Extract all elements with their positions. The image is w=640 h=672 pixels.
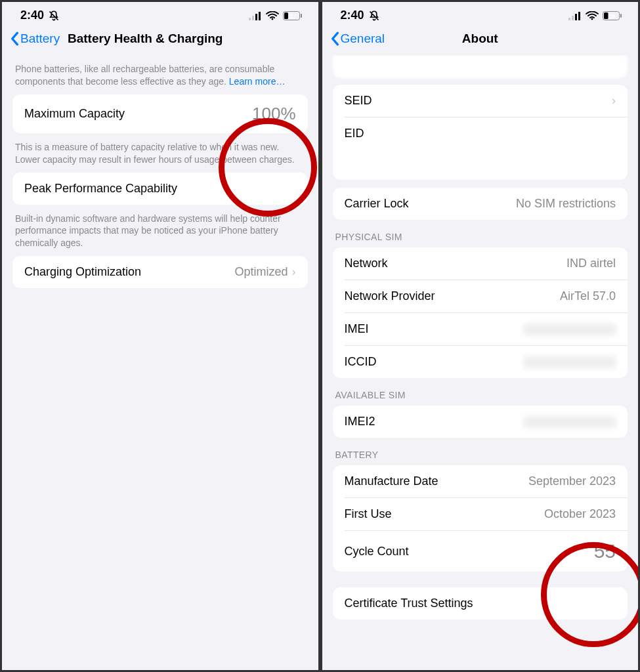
- peak-desc: Built-in dynamic software and hardware s…: [2, 205, 318, 257]
- status-time: 2:40: [20, 9, 44, 22]
- blurred-value: [333, 150, 628, 180]
- chevron-right-icon: ›: [612, 94, 616, 108]
- status-time: 2:40: [341, 9, 364, 22]
- intro-text: Phone batteries, like all rechargeable b…: [2, 55, 318, 94]
- back-label: General: [341, 32, 385, 46]
- row-value: [524, 416, 616, 428]
- row-network-provider[interactable]: Network Provider AirTel 57.0: [345, 280, 628, 312]
- svg-text:28: 28: [609, 12, 616, 19]
- row-label: Charging Optimization: [24, 265, 141, 279]
- row-label: Peak Performance Capability: [24, 182, 177, 196]
- back-label: Battery: [20, 32, 60, 46]
- scroll-content[interactable]: SEID › EID Carrier Lock No SIM restricti…: [322, 55, 639, 670]
- svg-rect-2: [255, 14, 257, 20]
- row-label: Carrier Lock: [345, 197, 409, 211]
- learn-more-link[interactable]: Learn more…: [229, 76, 286, 87]
- svg-rect-1: [252, 16, 254, 20]
- row-seid[interactable]: SEID ›: [333, 85, 628, 117]
- row-manufacture-date[interactable]: Manufacture Date September 2023: [333, 465, 628, 497]
- row-label: Network: [345, 257, 388, 270]
- row-partial-top: [333, 55, 628, 78]
- svg-rect-9: [568, 18, 570, 20]
- section-header-available-sim: AVAILABLE SIM: [322, 378, 639, 406]
- cellular-icon: [249, 11, 262, 20]
- row-value: Optimized: [234, 265, 288, 279]
- row-label: Network Provider: [345, 289, 435, 303]
- back-button[interactable]: General: [330, 32, 385, 46]
- section-header-physical-sim: PHYSICAL SIM: [322, 220, 639, 247]
- svg-text:27: 27: [289, 12, 295, 19]
- svg-rect-15: [604, 12, 608, 19]
- row-label: First Use: [345, 507, 392, 521]
- svg-point-13: [591, 18, 593, 20]
- svg-rect-7: [301, 14, 302, 18]
- nav-bar: General About: [322, 26, 639, 55]
- row-label: ICCID: [345, 355, 377, 369]
- battery-icon: 28: [603, 11, 622, 20]
- status-bar: 2:40 28: [322, 2, 639, 26]
- row-imei2[interactable]: IMEI2: [333, 406, 628, 438]
- nav-bar: Battery Battery Health & Charging: [2, 26, 318, 55]
- section-header-battery: BATTERY: [322, 438, 639, 465]
- row-value: 100%: [252, 104, 296, 124]
- svg-rect-12: [578, 12, 580, 20]
- bell-silent-icon: [48, 10, 60, 22]
- row-certificate-trust[interactable]: Certificate Trust Settings: [333, 587, 628, 620]
- svg-rect-10: [572, 16, 574, 20]
- row-maximum-capacity[interactable]: Maximum Capacity 100%: [12, 94, 308, 133]
- row-label: Maximum Capacity: [24, 107, 125, 121]
- bell-silent-icon: [368, 10, 380, 22]
- row-value: AirTel 57.0: [560, 289, 616, 303]
- status-bar: 2:40 27: [2, 2, 318, 26]
- row-iccid[interactable]: ICCID: [345, 345, 628, 378]
- phone-battery-health: 2:40 27 Battery Battery Health & Chargin…: [0, 0, 320, 672]
- row-value: [524, 324, 616, 335]
- row-eid[interactable]: EID: [345, 117, 628, 150]
- row-cycle-count[interactable]: Cycle Count 55: [345, 530, 628, 572]
- row-peak-performance[interactable]: Peak Performance Capability: [12, 173, 308, 205]
- row-value: September 2023: [528, 474, 616, 488]
- svg-rect-3: [259, 12, 261, 20]
- row-carrier-lock[interactable]: Carrier Lock No SIM restrictions: [333, 188, 628, 220]
- row-value: IND airtel: [566, 257, 616, 270]
- wifi-icon: [586, 11, 599, 20]
- chevron-left-icon: [10, 32, 19, 46]
- wifi-icon: [266, 11, 279, 20]
- svg-point-4: [271, 18, 273, 20]
- back-button[interactable]: Battery: [10, 32, 60, 46]
- row-label: IMEI2: [345, 415, 375, 429]
- row-label: Certificate Trust Settings: [345, 597, 473, 610]
- row-value: [524, 356, 616, 368]
- row-label: SEID: [345, 94, 372, 108]
- row-label: Cycle Count: [345, 545, 409, 558]
- row-label: Manufacture Date: [345, 474, 438, 488]
- row-value: 55: [594, 540, 616, 562]
- cellular-icon: [568, 11, 582, 20]
- svg-rect-16: [620, 14, 622, 18]
- row-value: No SIM restrictions: [516, 197, 616, 211]
- row-label: IMEI: [345, 322, 369, 336]
- svg-rect-11: [575, 14, 577, 20]
- chevron-left-icon: [330, 32, 339, 46]
- row-network[interactable]: Network IND airtel: [333, 247, 628, 280]
- max-capacity-desc: This is a measure of battery capacity re…: [2, 133, 318, 173]
- battery-icon: 27: [283, 11, 303, 20]
- row-charging-optimization[interactable]: Charging Optimization Optimized ›: [12, 256, 308, 288]
- chevron-right-icon: ›: [292, 265, 296, 279]
- phone-about: 2:40 28 General About SEID › EID: [320, 0, 641, 672]
- row-first-use[interactable]: First Use October 2023: [345, 497, 628, 530]
- row-imei[interactable]: IMEI: [345, 312, 628, 345]
- row-value: October 2023: [544, 507, 616, 521]
- row-label: EID: [345, 127, 364, 140]
- svg-rect-0: [249, 18, 251, 20]
- svg-rect-6: [284, 12, 288, 19]
